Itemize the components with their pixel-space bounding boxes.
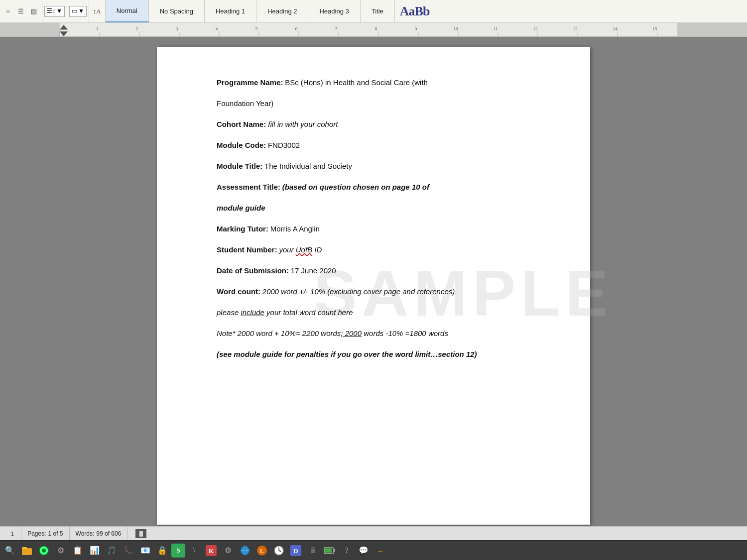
taskbar-clock[interactable]	[271, 543, 287, 559]
style-heading1[interactable]: Heading 1	[205, 0, 256, 22]
svg-text:12: 12	[533, 27, 538, 32]
taskbar-battery[interactable]	[322, 543, 338, 559]
svg-text:2: 2	[136, 27, 138, 32]
assessment-title-label: Assessment Title:	[217, 183, 280, 191]
taskbar-security[interactable]: 🔒	[154, 543, 170, 559]
note-value: Note* 2000 word + 10%= 2200 words; 2000 …	[217, 329, 448, 337]
svg-text:15: 15	[653, 27, 658, 32]
svg-text:5: 5	[255, 27, 258, 32]
taskbar-browser[interactable]	[36, 543, 52, 559]
note-underline: 2000	[343, 329, 362, 337]
module-title-line: Module Title: The Individual and Society	[217, 160, 540, 172]
track-icon-symbol: ▓	[139, 531, 143, 536]
document-page: SAMPLE Programme Name: BSc (Hons) in Hea…	[157, 47, 590, 525]
statusbar: 1 Pages: 1 of 5 Words: 99 of 606 ▓	[0, 526, 747, 540]
track-changes-button[interactable]: ▓	[135, 529, 146, 538]
taskbar-s-icon[interactable]: S	[171, 544, 185, 558]
marking-tutor-value: Morris A Anglin	[270, 224, 320, 233]
toolbar-icon-list3[interactable]: ▤	[28, 5, 40, 17]
style-heading2[interactable]: Heading 2	[256, 0, 308, 22]
date-submission-line: Date of Submission: 17 June 2020	[217, 265, 540, 277]
pages-value: 1 of 5	[48, 530, 63, 537]
taskbar-email[interactable]: 📧	[137, 543, 153, 559]
bullets-icon: ▭	[72, 7, 77, 15]
toolbar-bullets-dropdown[interactable]: ▭ ▼	[69, 6, 87, 17]
svg-text:1: 1	[96, 27, 99, 32]
toolbar-sort-icon[interactable]: ↕A	[91, 5, 103, 17]
style-no-spacing[interactable]: No Spacing	[149, 0, 205, 22]
programme-name-line: Programme Name: BSc (Hons) in Health and…	[217, 77, 540, 89]
taskbar-d-icon[interactable]: D	[288, 543, 304, 559]
taskbar-phone[interactable]: 📞	[121, 543, 136, 559]
see-guide-line: (see module guide for penalties if you g…	[217, 348, 540, 360]
toolbar-indent-dropdown[interactable]: ☰↕ ▼	[44, 6, 65, 17]
cohort-name-line: Cohort Name: fill in with your cohort	[217, 118, 540, 130]
taskbar-gear2[interactable]: ⚙	[220, 543, 236, 559]
module-code-line: Module Code: FND3002	[217, 139, 540, 151]
toolbar-icon-list1[interactable]: ≡	[2, 5, 14, 17]
taskbar-monitor[interactable]: 🖥	[305, 543, 321, 559]
page-number-display: 1	[5, 527, 21, 540]
student-number-value: your UofB ID	[279, 245, 322, 254]
svg-text:D: D	[293, 547, 298, 555]
word-count-value: 2000 word +/- 10% (excluding cover page …	[262, 287, 455, 296]
svg-rect-1	[0, 23, 60, 36]
taskbar-k-icon[interactable]: K	[203, 543, 219, 559]
marking-tutor-line: Marking Tutor: Morris A Anglin	[217, 223, 540, 235]
date-submission-value: 17 June 2020	[291, 266, 336, 275]
taskbar: 🔍 ⚙ 📋 📊 🎵 📞 📧 🔒 S \ K ⚙ L D 🖥 ? 💬 –	[0, 540, 747, 560]
taskbar-question[interactable]: ?	[339, 543, 355, 559]
assessment-title-continuation: module guide	[217, 202, 540, 214]
pages-label: Pages:	[27, 530, 46, 537]
assessment-title-line: Assessment Title: (based on question cho…	[217, 181, 540, 193]
toolbar: ≡ ☰ ▤ ☰↕ ▼ ▭ ▼ ↕A Normal No Spacing Head…	[0, 0, 747, 23]
taskbar-slash-icon[interactable]: \	[186, 543, 202, 559]
date-submission-label: Date of Submission:	[217, 266, 289, 275]
svg-rect-36	[22, 548, 32, 555]
words-value: 99 of 606	[96, 530, 121, 537]
include-word-count-value: please include your total word count her…	[217, 308, 353, 317]
taskbar-l-icon[interactable]: L	[254, 543, 270, 559]
taskbar-chart[interactable]: 📊	[87, 543, 103, 559]
bullets-dropdown-arrow: ▼	[78, 7, 84, 15]
taskbar-folder[interactable]	[19, 543, 35, 559]
svg-text:9: 9	[415, 27, 417, 32]
include-underline: include	[241, 308, 264, 317]
style-heading3[interactable]: Heading 3	[308, 0, 360, 22]
style-normal[interactable]: Normal	[106, 0, 149, 22]
student-number-line: Student Number: your UofB ID	[217, 244, 540, 256]
marking-tutor-label: Marking Tutor:	[217, 224, 268, 233]
pages-status: Pages: 1 of 5	[21, 527, 69, 540]
word-count-line: Word count: 2000 word +/- 10% (excluding…	[217, 286, 540, 298]
module-title-value: The Individual and Society	[264, 162, 352, 170]
taskbar-globe[interactable]	[237, 543, 253, 559]
taskbar-finder[interactable]: 🔍	[2, 543, 18, 559]
taskbar-notes[interactable]: 📋	[70, 543, 86, 559]
style-title[interactable]: Title	[361, 0, 395, 22]
svg-point-39	[42, 549, 46, 553]
svg-text:6: 6	[295, 27, 298, 32]
taskbar-chat[interactable]: 💬	[356, 543, 372, 559]
taskbar-music[interactable]: 🎵	[104, 543, 120, 559]
taskbar-settings[interactable]: ⚙	[53, 543, 69, 559]
programme-name-continuation: Foundation Year)	[217, 98, 540, 110]
svg-rect-37	[22, 547, 27, 549]
svg-text:13: 13	[573, 27, 578, 32]
svg-rect-0	[0, 23, 747, 36]
svg-text:14: 14	[613, 27, 618, 32]
toolbar-icon-list2[interactable]: ☰	[15, 5, 27, 17]
svg-text:4: 4	[216, 27, 218, 32]
document-content[interactable]: Programme Name: BSc (Hons) in Health and…	[217, 77, 540, 360]
taskbar-minus[interactable]: –	[373, 543, 388, 559]
module-code-label: Module Code:	[217, 141, 266, 149]
toolbar-left-group: ≡ ☰ ▤	[0, 0, 42, 22]
see-guide-value: (see module guide for penalties if you g…	[217, 350, 477, 358]
svg-text:8: 8	[375, 27, 377, 32]
svg-text:10: 10	[454, 27, 459, 32]
style-buttons: Normal No Spacing Heading 1 Heading 2 He…	[106, 0, 747, 22]
word-count-label: Word count:	[217, 287, 260, 296]
assessment-title-value: (based on question chosen on page 10 of	[282, 183, 429, 191]
indent-dropdown-arrow: ▼	[56, 7, 62, 15]
words-label: Words:	[76, 530, 95, 537]
track-changes-icon[interactable]: ▓	[127, 527, 152, 540]
